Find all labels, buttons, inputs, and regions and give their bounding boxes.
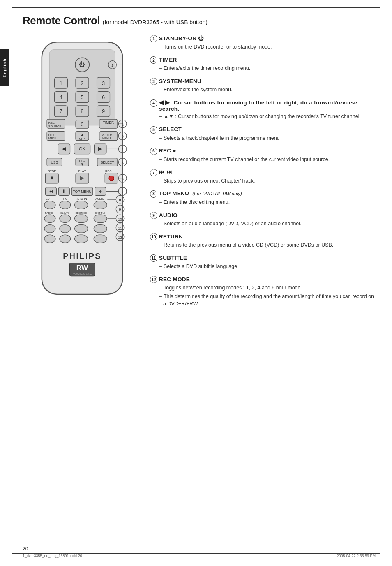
desc-body-5: –Selects a track/chapter/file in the pro… [159,134,376,143]
desc-body-12: –Toggles between recording modes : 1, 2,… [159,284,376,308]
svg-rect-120 [75,225,88,233]
desc-body-11: –Selects a DVD subtitle language. [159,263,376,271]
desc-title-7: ⏮ ⏭ [159,169,173,175]
desc-number-7: 7 [150,169,157,176]
desc-body-7: –Skips to previous or next Chapter/Track… [159,177,376,185]
svg-text:CLEAR: CLEAR [60,211,69,214]
svg-text:TOP MENU: TOP MENU [73,189,92,194]
svg-text:SELECT: SELECT [101,160,115,164]
desc-line: –Returns to the previous menu of a video… [159,241,376,249]
desc-line: –Turns on the DVD recorder or to standby… [159,43,376,51]
svg-rect-107 [44,215,55,223]
desc-subtitle-8: (For DVD+R/+RW only) [192,191,242,196]
svg-text:7: 7 [121,189,123,194]
svg-text:⏸: ⏸ [62,189,66,194]
svg-text:DVD+ReWritable: DVD+ReWritable [73,273,92,275]
svg-text:5: 5 [81,95,84,100]
desc-line: –Enters the disc editing menu. [159,199,376,206]
svg-rect-108 [60,215,71,223]
svg-text:MENU: MENU [102,136,111,140]
feature-descriptions: 1STANDBY-ON ⏻–Turns on the DVD recorder … [150,33,376,545]
svg-text:9: 9 [102,109,105,114]
svg-text:⏻: ⏻ [79,61,85,68]
desc-title-1: STANDBY-ON ⏻ [159,35,204,42]
svg-text:⏭: ⏭ [98,189,103,194]
desc-number-11: 11 [150,254,157,262]
language-tab: English [0,49,9,86]
svg-text:1: 1 [111,63,113,67]
desc-body-4: –▲▼ : Cursor buttons for moving up/down … [159,113,376,121]
footer-filename: 1_dvdr3355_eu_eng_15891.indd 20 [23,554,82,558]
svg-rect-123 [60,235,71,243]
description-item-10: 10RETURN–Returns to the previous menu of… [150,233,376,250]
svg-text:8: 8 [81,109,84,114]
description-item-2: 2TIMER–Enters/exits the timer recording … [150,56,376,73]
desc-title-8: TOP MENU [159,190,189,196]
svg-text:0: 0 [81,122,84,127]
desc-line: –Enters/exits the timer recording menu. [159,65,376,72]
svg-rect-96 [94,201,107,209]
desc-number-5: 5 [150,126,157,134]
desc-number-1: 1 [150,35,157,42]
page-subtitle: (for model DVDR3365 - with USB button) [103,19,208,25]
svg-text:RW: RW [76,263,88,272]
desc-title-3: SYSTEM-MENU [159,78,201,84]
svg-text:4: 4 [121,147,124,152]
svg-text:CH+: CH+ [79,137,85,141]
desc-number-10: 10 [150,233,157,240]
svg-text:OK: OK [79,146,86,151]
svg-rect-124 [75,235,88,243]
description-item-5: 5SELECT–Selects a track/chapter/file in … [150,126,376,143]
svg-rect-110 [94,215,107,223]
svg-rect-125 [94,235,107,243]
desc-title-11: SUBTITLE [159,255,187,261]
desc-body-6: –Starts recording the current TV channel… [159,156,376,164]
desc-number-8: 8 [150,190,157,198]
svg-text:SOURCE: SOURCE [48,125,62,128]
description-item-4: 4◀ ▶ :Cursor buttons for moving to the l… [150,99,376,121]
svg-text:⏮: ⏮ [48,189,53,194]
desc-number-3: 3 [150,78,157,85]
desc-title-4: ◀ ▶ :Cursor buttons for moving to the le… [159,99,376,112]
svg-rect-93 [44,201,55,209]
svg-text:12: 12 [118,236,122,240]
svg-text:AUDIO: AUDIO [95,197,104,200]
footer-date: 2005-04-27 2:35:59 PM [337,554,376,558]
top-border [12,7,380,8]
description-item-1: 1STANDBY-ON ⏻–Turns on the DVD recorder … [150,35,376,51]
description-item-11: 11SUBTITLE–Selects a DVD subtitle langua… [150,254,376,271]
desc-line: –Toggles between recording modes : 1, 2,… [159,284,376,291]
svg-text:▼: ▼ [80,162,84,166]
desc-body-9: –Selects an audio language (DVD, VCD) or… [159,220,376,228]
desc-body-8: –Enters the disc editing menu. [159,199,376,207]
svg-text:SYSTEM: SYSTEM [101,134,112,136]
description-item-7: 7⏮ ⏭–Skips to previous or next Chapter/T… [150,169,376,185]
desc-body-10: –Returns to the previous menu of a video… [159,241,376,250]
svg-rect-94 [60,201,71,209]
description-item-9: 9AUDIO–Selects an audio language (DVD, V… [150,212,376,228]
svg-text:PLAY: PLAY [78,169,86,173]
svg-text:10: 10 [118,217,122,222]
svg-text:T/C: T/C [63,197,67,200]
desc-number-2: 2 [150,56,157,64]
main-content: ⏻ 1 1 2 3 4 5 6 7 8 9 [23,33,376,545]
svg-text:4: 4 [60,95,62,100]
svg-text:SUBTITLE: SUBTITLE [95,212,106,214]
desc-line: –Selects a DVD subtitle language. [159,263,376,270]
desc-line: –Enters/exits the system menu. [159,86,376,93]
desc-title-5: SELECT [159,126,182,132]
desc-title-12: REC MODE [159,276,190,282]
svg-text:9: 9 [119,207,121,212]
svg-text:REC: REC [105,169,112,173]
desc-body-3: –Enters/exits the system menu. [159,86,376,94]
svg-text:PHILIPS: PHILIPS [63,252,101,261]
svg-text:STOP: STOP [48,169,56,173]
svg-text:USB: USB [51,160,58,164]
svg-text:2: 2 [81,81,84,86]
svg-text:3: 3 [121,134,124,139]
svg-text:1: 1 [60,81,62,86]
desc-title-6: REC ● [159,148,176,154]
description-item-12: 12REC MODE–Toggles between recording mod… [150,276,376,308]
page-number: 20 [23,546,28,552]
desc-title-2: TIMER [159,57,177,63]
